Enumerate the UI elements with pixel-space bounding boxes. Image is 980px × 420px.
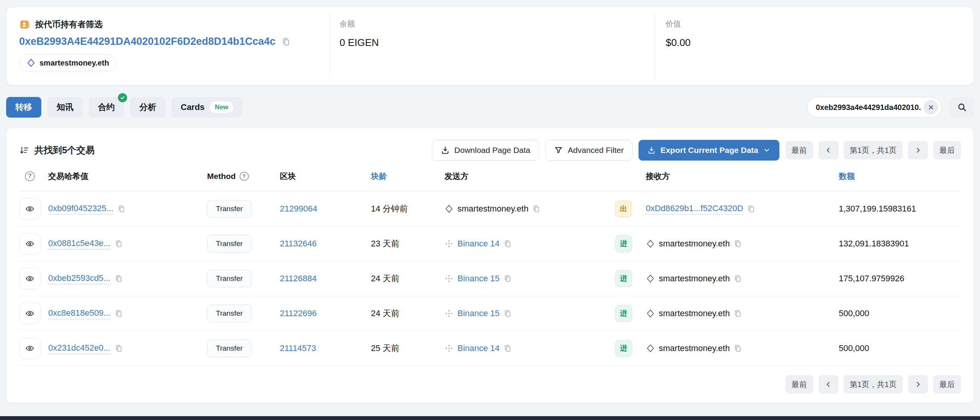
tab-contract-label: 合约 (98, 102, 115, 113)
copy-tx-hash-icon[interactable] (117, 205, 126, 213)
tab-cards[interactable]: Cards New (172, 97, 242, 118)
chevron-down-icon (763, 146, 771, 154)
method-button[interactable]: Transfer (207, 305, 252, 322)
tab-news[interactable]: 知讯 (47, 97, 83, 118)
to-address-link[interactable]: 0xDd8629b1...f52C4320D (646, 203, 743, 215)
pagination-prev-button[interactable] (818, 375, 838, 394)
amount-value: 1,307,199.15983161 (839, 204, 961, 214)
eye-icon (25, 309, 34, 318)
tab-contract[interactable]: 合约 (89, 97, 124, 118)
balance-column: 余额 0 EIGEN (330, 7, 655, 85)
from-address-link[interactable]: Binance 14 (457, 239, 500, 249)
table-header-row: ? 交易哈希值 Method ? 区块 块龄 发送方 接收方 数额 (19, 161, 961, 192)
header-to: 接收方 (646, 171, 839, 182)
copy-to-icon[interactable] (733, 344, 742, 353)
search-icon (957, 102, 967, 112)
copy-from-icon[interactable] (532, 205, 541, 213)
holder-address-link[interactable]: 0xeB2993A4E44291DA4020102F6D2ed8D14b1Cca… (19, 36, 275, 48)
block-link[interactable]: 21299064 (280, 204, 317, 214)
copy-from-icon[interactable] (503, 344, 512, 353)
clear-search-button[interactable] (924, 100, 938, 115)
to-address[interactable]: smartestmoney.eth (659, 308, 730, 318)
eye-icon (25, 274, 34, 283)
ens-name-tag[interactable]: smartestmoney.eth (19, 54, 116, 71)
block-link[interactable]: 21132646 (280, 239, 317, 249)
tx-hash-link[interactable]: 0xb09f0452325... (48, 203, 113, 215)
copy-tx-hash-icon[interactable] (114, 274, 123, 283)
to-address[interactable]: smartestmoney.eth (659, 343, 730, 353)
to-address[interactable]: smartestmoney.eth (659, 274, 730, 284)
tx-preview-eye-button[interactable] (19, 303, 41, 324)
advanced-filter-button[interactable]: Advanced Filter (545, 140, 632, 161)
footer-strip (0, 416, 980, 420)
method-button[interactable]: Transfer (207, 340, 252, 357)
method-help-icon[interactable]: ? (240, 172, 249, 181)
search-button[interactable] (950, 97, 974, 118)
tx-preview-eye-button[interactable] (19, 268, 41, 289)
amount-value: 500,000 (839, 343, 961, 353)
tx-hash-link[interactable]: 0xbeb2593cd5... (48, 273, 111, 284)
ens-name-label: smartestmoney.eth (39, 59, 109, 67)
method-button[interactable]: Transfer (207, 200, 252, 218)
method-button[interactable]: Transfer (207, 270, 252, 287)
tx-preview-eye-button[interactable] (19, 338, 41, 359)
copy-to-icon[interactable] (747, 205, 755, 213)
header-age-toggle[interactable]: 块龄 (371, 171, 444, 182)
tx-preview-eye-button[interactable] (19, 198, 41, 220)
export-current-page-button[interactable]: Export Current Page Data (639, 140, 779, 161)
header-amount-toggle[interactable]: 数额 (839, 171, 961, 182)
binance-icon (444, 344, 454, 353)
table-row: 0xc8e818e509... Transfer 21122696 24 天前 … (19, 296, 961, 331)
tab-transfers[interactable]: 转移 (6, 97, 41, 118)
from-address-link[interactable]: Binance 14 (457, 343, 500, 353)
pagination-last-button[interactable]: 最后 (933, 141, 961, 159)
copy-tx-hash-icon[interactable] (114, 344, 123, 353)
tx-preview-eye-button[interactable] (19, 233, 41, 254)
copy-from-icon[interactable] (503, 309, 512, 318)
tx-hash-link[interactable]: 0xc8e818e509... (48, 308, 111, 319)
copy-address-icon[interactable] (281, 37, 291, 46)
copy-to-icon[interactable] (733, 274, 742, 283)
pagination-next-button[interactable] (908, 141, 928, 159)
pagination-first-button[interactable]: 最前 (786, 141, 813, 159)
copy-tx-hash-icon[interactable] (114, 240, 123, 248)
from-address[interactable]: smartestmoney.eth (457, 204, 528, 214)
header-block: 区块 (280, 171, 371, 182)
balance-label: 余额 (340, 19, 655, 29)
copy-tx-hash-icon[interactable] (114, 309, 123, 318)
block-link[interactable]: 21122696 (280, 308, 317, 318)
download-page-data-button[interactable]: Download Page Data (432, 140, 539, 161)
tab-analytics[interactable]: 分析 (130, 97, 165, 118)
copy-from-icon[interactable] (503, 274, 512, 283)
pagination-next-button[interactable] (908, 375, 928, 394)
copy-to-icon[interactable] (733, 309, 742, 318)
pagination-current-page: 第1页，共1页 (844, 375, 903, 394)
value-amount: $0.00 (666, 37, 973, 49)
from-address-link[interactable]: Binance 15 (457, 308, 500, 318)
to-address[interactable]: smartestmoney.eth (659, 239, 730, 249)
block-link[interactable]: 21126884 (280, 274, 317, 284)
pagination-last-button[interactable]: 最后 (933, 375, 961, 394)
pagination-prev-button[interactable] (818, 141, 838, 159)
filter-funnel-icon (554, 146, 563, 155)
copy-to-icon[interactable] (733, 240, 742, 248)
from-address-link[interactable]: Binance 15 (457, 274, 500, 284)
eye-icon (25, 239, 34, 248)
tx-hash-link[interactable]: 0x231dc452e0... (48, 343, 111, 354)
search-area: 0xeb2993a4e44291da402010... (807, 97, 974, 118)
search-input[interactable]: 0xeb2993a4e44291da402010... (807, 97, 942, 118)
copy-from-icon[interactable] (503, 240, 512, 248)
table-toolbar: 共找到5个交易 Download Page Data Advanced Filt… (19, 128, 961, 161)
block-link[interactable]: 21114573 (280, 343, 316, 353)
method-button[interactable]: Transfer (207, 235, 252, 253)
direction-in-badge: 进 (615, 235, 632, 252)
eye-icon (25, 344, 34, 353)
table-row: 0xb09f0452325... Transfer 21299064 14 分钟… (19, 192, 961, 226)
tx-hash-link[interactable]: 0x0881c5e43e... (48, 238, 111, 249)
token-holder-icon (19, 19, 30, 30)
age-text: 23 天前 (371, 238, 444, 249)
age-text: 14 分钟前 (371, 203, 444, 215)
help-icon[interactable]: ? (25, 171, 35, 181)
pagination-first-button[interactable]: 最前 (786, 375, 813, 394)
direction-in-badge: 进 (615, 340, 632, 357)
